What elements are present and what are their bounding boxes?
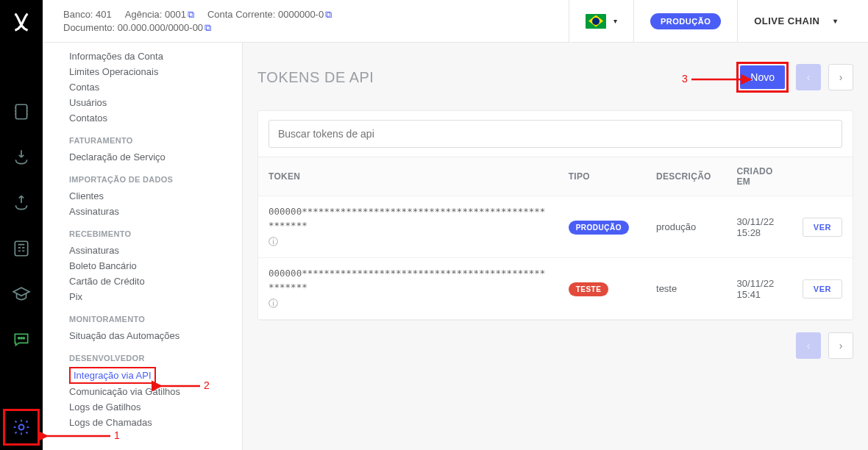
environment-indicator: PRODUÇÃO (633, 0, 737, 43)
svg-rect-0 (15, 104, 26, 119)
desc-cell: teste (646, 258, 727, 320)
sidebar-item[interactable]: Pix (43, 289, 242, 304)
sidebar-item[interactable]: Comunicação via Gatilhos (43, 384, 242, 399)
sidebar-item[interactable]: Logs de Chamadas (43, 415, 242, 430)
type-badge: PRODUÇÃO (569, 221, 629, 235)
sidebar-item[interactable]: Assinaturas (43, 243, 242, 258)
ledger-icon[interactable] (7, 97, 36, 126)
brazil-flag-icon (586, 14, 606, 29)
receive-icon[interactable] (7, 143, 36, 172)
copy-icon[interactable]: ⧉ (204, 22, 211, 33)
sidebar-item-api-integration[interactable]: Integração via API (69, 367, 156, 384)
chat-icon[interactable] (7, 325, 36, 354)
svg-point-2 (18, 338, 20, 339)
sidebar-item[interactable]: Contas (43, 79, 242, 95)
sidebar-item[interactable]: Limites Operacionais (43, 64, 242, 79)
bank-info: Banco: 401 Agência: 0001⧉ Conta Corrente… (63, 9, 332, 34)
document-label: Documento: 00.000.000/0000-00 (63, 22, 203, 33)
top-bar: Banco: 401 Agência: 0001⧉ Conta Corrente… (43, 0, 868, 43)
type-badge: TESTE (569, 282, 609, 296)
col-created: CRIADO EM (727, 157, 792, 196)
table-row: 000000**********************************… (258, 258, 853, 320)
token-value: 000000**********************************… (268, 268, 545, 293)
sidebar-item[interactable]: Informações da Conta (43, 49, 242, 64)
tokens-panel: TOKEN TIPO DESCRIÇÃO CRIADO EM 000000***… (257, 110, 853, 321)
account-number-label: Conta Corrente: 0000000-0 (207, 9, 324, 20)
view-button[interactable]: VER (803, 218, 842, 237)
sidebar-item[interactable]: Contatos (43, 110, 242, 126)
new-button-highlight-box: Novo (736, 62, 789, 93)
col-desc: DESCRIÇÃO (646, 157, 727, 196)
chevron-down-icon: ▾ (833, 17, 838, 25)
sidebar-section-title: MONITORAMENTO (43, 304, 242, 328)
send-icon[interactable] (7, 188, 36, 218)
col-type: TIPO (558, 157, 646, 196)
account-name: OLIVE CHAIN (754, 15, 819, 26)
svg-rect-1 (15, 241, 27, 256)
view-button[interactable]: VER (803, 279, 842, 299)
created-cell: 30/11/22 15:41 (727, 258, 792, 320)
sidebar-item[interactable]: Assinaturas (43, 204, 242, 219)
sidebar-item[interactable]: Declaração de Serviço (43, 149, 242, 165)
bank-label: Banco: 401 (63, 9, 112, 20)
settings-sidebar: Informações da Conta Limites Operacionai… (43, 43, 243, 450)
help-icon[interactable]: ⓘ (268, 235, 548, 249)
desc-cell: produção (646, 196, 727, 258)
env-pill: PRODUÇÃO (650, 13, 721, 29)
token-value: 000000**********************************… (268, 206, 545, 231)
svg-point-4 (23, 338, 24, 339)
pager-prev-button[interactable]: ‹ (796, 64, 821, 90)
sidebar-section-title: DESENVOLVEDOR (43, 343, 242, 367)
svg-point-5 (19, 425, 24, 430)
table-row: 000000**********************************… (258, 196, 853, 258)
new-token-button[interactable]: Novo (740, 65, 785, 89)
sidebar-item[interactable]: Situação das Automações (43, 328, 242, 343)
icon-rail (0, 0, 43, 450)
search-input[interactable] (268, 120, 842, 148)
pager-next-button[interactable]: › (828, 64, 853, 90)
sidebar-item[interactable]: Logs de Gatilhos (43, 399, 242, 415)
copy-icon[interactable]: ⧉ (325, 9, 332, 20)
chevron-down-icon: ▾ (613, 17, 617, 25)
sidebar-item[interactable]: Usuários (43, 95, 242, 110)
col-token: TOKEN (258, 157, 558, 196)
calc-icon[interactable] (7, 234, 36, 263)
main-content: TOKENS DE API Novo ‹ › TOKEN TIPO DESCRI… (243, 43, 868, 450)
created-cell: 30/11/22 15:28 (727, 196, 792, 258)
svg-point-3 (21, 338, 22, 339)
pager-next-button[interactable]: › (828, 332, 853, 359)
education-icon[interactable] (7, 279, 36, 309)
sidebar-item[interactable]: Boleto Bancário (43, 258, 242, 274)
language-selector[interactable]: ▾ (569, 0, 633, 43)
app-logo-icon[interactable] (7, 7, 36, 37)
agency-label: Agência: 0001 (125, 9, 186, 20)
sidebar-item[interactable]: Clientes (43, 188, 242, 204)
gear-icon[interactable] (7, 413, 36, 442)
account-selector[interactable]: OLIVE CHAIN ▾ (737, 0, 853, 43)
sidebar-section-title: RECEBIMENTO (43, 219, 242, 243)
page-title: TOKENS DE API (257, 69, 374, 86)
tokens-table: TOKEN TIPO DESCRIÇÃO CRIADO EM 000000***… (258, 157, 853, 320)
sidebar-section-title: IMPORTAÇÃO DE DADOS (43, 165, 242, 188)
pager-prev-button[interactable]: ‹ (796, 332, 821, 359)
sidebar-item[interactable]: Cartão de Crédito (43, 274, 242, 289)
copy-icon[interactable]: ⧉ (188, 9, 194, 20)
settings-highlight-box (3, 409, 40, 446)
sidebar-section-title: FATURAMENTO (43, 126, 242, 149)
help-icon[interactable]: ⓘ (268, 296, 548, 311)
